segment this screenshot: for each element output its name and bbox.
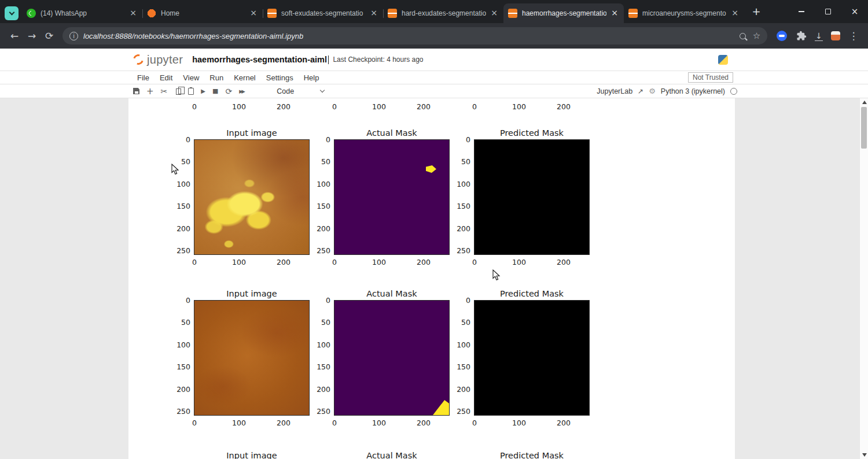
gear-icon[interactable]: ⚙ — [649, 87, 656, 95]
bookmark-star-icon[interactable]: ☆ — [753, 31, 760, 41]
tick-label: 0 — [447, 296, 470, 305]
tab-microaneurysms[interactable]: microaneurysms-segmento × — [624, 3, 744, 23]
tick-label: 200 — [557, 102, 571, 111]
tick-label: 150 — [447, 202, 470, 210]
tab-hard-exudates[interactable]: hard-exudates-segmentatio × — [383, 3, 503, 23]
copy-cell-button[interactable] — [174, 87, 181, 95]
tick-label: 50 — [167, 318, 190, 327]
x-axis-ticks: 0100200 — [334, 258, 450, 266]
run-cell-button[interactable]: ▶ — [201, 88, 205, 94]
minimize-button[interactable] — [788, 0, 815, 23]
zoom-indicator-icon[interactable] — [740, 33, 746, 39]
tick-label: 0 — [167, 135, 190, 144]
window-controls: × — [788, 0, 868, 23]
tab-close-icon[interactable]: × — [490, 9, 499, 18]
add-cell-button[interactable]: + — [146, 86, 154, 97]
tick-label: 100 — [167, 180, 190, 188]
tick-label: 100 — [372, 419, 386, 427]
tick-label: 100 — [232, 102, 246, 111]
plot-title: Actual Mask — [334, 288, 450, 299]
forward-button[interactable]: → — [23, 27, 41, 45]
tick-label: 200 — [417, 419, 431, 427]
close-window-button[interactable]: × — [841, 0, 868, 23]
browser-navbar: ← → ⟳ localhost:8888/notebooks/haemorrha… — [0, 23, 868, 49]
tick-label: 250 — [167, 407, 190, 416]
tab-haemorrhages-active[interactable]: haemorrhages-segmentatio × — [503, 3, 624, 23]
pinned-extension-2-icon[interactable] — [831, 31, 840, 40]
tick-label: 100 — [232, 258, 246, 266]
kernel-name[interactable]: Python 3 (ipykernel) — [661, 87, 725, 95]
tick-label: 0 — [167, 296, 190, 305]
menu-edit[interactable]: Edit — [155, 73, 178, 82]
tab-close-icon[interactable]: × — [249, 9, 258, 18]
tab-search-button[interactable] — [5, 6, 19, 20]
cell-type-value: Code — [277, 87, 294, 95]
copy-icon — [176, 88, 181, 95]
kernel-status-icon[interactable] — [730, 88, 737, 95]
cell-type-dropdown[interactable]: Code — [277, 87, 324, 95]
tab-close-icon[interactable]: × — [610, 9, 619, 18]
interrupt-kernel-button[interactable]: ■ — [212, 87, 218, 95]
tab-close-icon[interactable]: × — [128, 9, 138, 18]
tick-label: 250 — [447, 407, 470, 416]
mouse-cursor — [492, 269, 501, 281]
x-axis-ticks: 0100200 — [334, 419, 450, 427]
jupyter-logo[interactable]: jupyter — [133, 53, 192, 66]
tick-label: 200 — [277, 258, 290, 266]
plot-panel: Predicted Mask 050100150200250 0100200 — [450, 288, 590, 427]
scroll-down-arrow[interactable] — [862, 453, 867, 457]
menu-kernel[interactable]: Kernel — [229, 73, 261, 82]
scrollbar-thumb[interactable] — [861, 107, 867, 149]
x-axis-ticks: 0100200 — [194, 258, 310, 266]
external-link-icon: ↗ — [638, 87, 643, 95]
trust-badge[interactable]: Not Trusted — [688, 72, 733, 83]
figure-row-3-clipped: Input image Actual Mask Predicted Mask — [170, 450, 590, 459]
plot-panel: Input image 050100150200250 0100200 — [170, 127, 310, 266]
pinned-extension-icon[interactable] — [777, 31, 787, 41]
downloads-icon[interactable]: ↓ — [815, 31, 823, 41]
new-tab-button[interactable]: + — [749, 5, 764, 20]
floppy-icon — [133, 88, 139, 94]
save-button[interactable] — [133, 88, 139, 94]
tab-whatsapp[interactable]: (14) WhatsApp × — [22, 3, 142, 23]
tick-label: 0 — [332, 258, 337, 266]
restart-kernel-button[interactable]: ⟳ — [225, 87, 232, 96]
url-bar[interactable]: localhost:8888/notebooks/haemorrhages-se… — [62, 27, 767, 45]
plot-panel: Actual Mask 050100150200250 0100200 — [310, 288, 450, 427]
scrollbar[interactable] — [859, 98, 868, 459]
jupyter-menubar: File Edit View Run Kernel Settings Help … — [0, 71, 868, 84]
menu-settings[interactable]: Settings — [261, 73, 299, 82]
plot-panel: Actual Mask 050100150200250 0100200 — [310, 127, 450, 266]
cut-cell-button[interactable]: ✂ — [161, 87, 168, 96]
restart-run-all-button[interactable]: ▶▶ — [239, 88, 245, 94]
tab-home[interactable]: Home × — [142, 3, 263, 23]
jupyterlab-link[interactable]: JupyterLab — [597, 87, 632, 95]
tick-label: 150 — [307, 362, 330, 371]
back-button[interactable]: ← — [6, 27, 23, 45]
tick-label: 50 — [307, 157, 330, 166]
tab-close-icon[interactable]: × — [730, 9, 740, 18]
menu-view[interactable]: View — [178, 73, 204, 82]
tab-close-icon[interactable]: × — [369, 9, 378, 18]
x-axis-ticks: 0100200 — [334, 102, 450, 111]
extensions-puzzle-icon[interactable] — [796, 31, 807, 41]
reload-button[interactable]: ⟳ — [41, 27, 58, 45]
menu-help[interactable]: Help — [299, 73, 325, 82]
site-info-icon[interactable] — [69, 32, 78, 40]
menu-run[interactable]: Run — [204, 73, 229, 82]
notebook-favicon-icon — [508, 9, 517, 18]
menu-kebab-icon[interactable]: ⋮ — [845, 27, 862, 45]
menu-file[interactable]: File — [132, 73, 155, 82]
tab-label: hard-exudates-segmentatio — [402, 9, 486, 17]
maximize-button[interactable] — [815, 0, 841, 23]
tick-label: 0 — [192, 258, 197, 266]
plot-title: Actual Mask — [334, 450, 450, 459]
tick-label: 100 — [167, 340, 190, 349]
paste-cell-button[interactable] — [188, 88, 194, 95]
notebook-title[interactable]: haemorrhages-segmentation-aiml — [192, 55, 327, 64]
scroll-up-arrow[interactable] — [862, 101, 867, 104]
plot-title: Actual Mask — [334, 127, 450, 139]
tick-label: 0 — [472, 102, 477, 111]
tab-soft-exudates[interactable]: soft-exudates-segmentatio × — [263, 3, 383, 23]
tick-label: 0 — [332, 102, 337, 111]
